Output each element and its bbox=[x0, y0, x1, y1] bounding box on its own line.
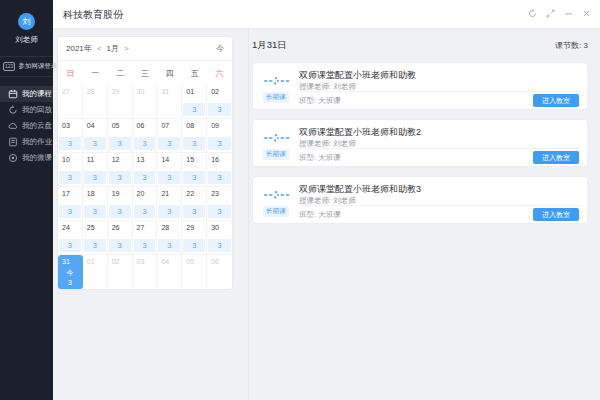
calendar-day-cell[interactable]: 053 bbox=[108, 119, 133, 153]
calendar-day-cell[interactable]: 04 bbox=[157, 255, 182, 289]
calendar-day-cell[interactable]: 123 bbox=[108, 153, 133, 187]
calendar-date-number: 24 bbox=[62, 224, 70, 231]
day-class-count-badge[interactable]: 3 bbox=[208, 171, 231, 184]
calendar-day-cell[interactable]: 02 bbox=[108, 255, 133, 289]
day-class-count-badge[interactable]: 3 bbox=[183, 103, 205, 116]
avatar[interactable]: 刘 bbox=[18, 13, 35, 30]
day-class-count-badge[interactable]: 3 bbox=[84, 137, 106, 150]
calendar-day-cell[interactable]: 193 bbox=[108, 187, 133, 221]
calendar-grid: 2728293031013023033043053063073083093103… bbox=[58, 85, 232, 289]
calendar-day-cell[interactable]: 233 bbox=[207, 187, 232, 221]
calendar-day-cell[interactable]: 01 bbox=[83, 255, 108, 289]
day-class-count-badge[interactable]: 3 bbox=[59, 171, 81, 184]
calendar-day-cell[interactable]: 023 bbox=[207, 85, 232, 119]
calendar-day-cell[interactable]: 293 bbox=[182, 221, 207, 255]
day-class-count-badge[interactable]: 3 bbox=[208, 239, 231, 252]
calendar-day-cell[interactable]: 103 bbox=[58, 153, 83, 187]
calendar-date-number: 31 bbox=[161, 88, 169, 95]
day-class-count-badge[interactable]: 3 bbox=[183, 239, 205, 252]
sidebar-item-courses[interactable]: 我的课程 bbox=[0, 86, 53, 102]
calendar-day-cell[interactable]: 173 bbox=[58, 187, 83, 221]
calendar-day-cell[interactable]: 303 bbox=[207, 221, 232, 255]
today-button[interactable]: 今 bbox=[216, 43, 224, 54]
calendar-date-number: 04 bbox=[161, 258, 169, 265]
calendar-day-cell[interactable]: 31今3 bbox=[58, 255, 83, 289]
calendar-day-cell[interactable]: 083 bbox=[182, 119, 207, 153]
prev-month-button[interactable]: < bbox=[97, 44, 102, 53]
calendar-day-cell[interactable]: 27 bbox=[58, 85, 83, 119]
calendar-day-cell[interactable]: 283 bbox=[157, 221, 182, 255]
calendar-date-number: 01 bbox=[87, 258, 95, 265]
day-class-count-badge[interactable]: 3 bbox=[134, 239, 156, 252]
day-class-count-badge[interactable]: 3 bbox=[109, 171, 131, 184]
day-class-count-badge[interactable]: 3 bbox=[158, 239, 180, 252]
day-class-count-badge[interactable]: 3 bbox=[158, 205, 180, 218]
day-class-count-badge[interactable]: 3 bbox=[158, 137, 180, 150]
sidebar-item-microcourse[interactable]: 我的微课 bbox=[0, 150, 53, 166]
calendar-date-number: 07 bbox=[161, 122, 169, 129]
day-class-count-badge[interactable]: 3 bbox=[84, 171, 106, 184]
next-month-button[interactable]: > bbox=[124, 44, 129, 53]
day-class-count-badge[interactable]: 3 bbox=[109, 239, 131, 252]
calendar-day-cell[interactable]: 153 bbox=[182, 153, 207, 187]
day-class-count-badge[interactable]: 3 bbox=[208, 137, 231, 150]
calendar-day-cell[interactable]: 163 bbox=[207, 153, 232, 187]
day-class-count-badge[interactable]: 3 bbox=[84, 239, 106, 252]
sidebar-item-replays[interactable]: 我的回放 bbox=[0, 102, 53, 118]
day-class-count-badge[interactable]: 3 bbox=[134, 137, 156, 150]
day-class-count-badge[interactable]: 3 bbox=[158, 171, 180, 184]
day-class-count-badge[interactable]: 3 bbox=[109, 205, 131, 218]
calendar-day-cell[interactable]: 183 bbox=[83, 187, 108, 221]
calendar-date-number: 27 bbox=[62, 88, 70, 95]
calendar-day-cell[interactable]: 28 bbox=[83, 85, 108, 119]
calendar-day-cell[interactable]: 243 bbox=[58, 221, 83, 255]
calendar-date-number: 27 bbox=[137, 224, 145, 231]
calendar-day-cell[interactable]: 29 bbox=[108, 85, 133, 119]
calendar-day-cell[interactable]: 043 bbox=[83, 119, 108, 153]
calendar-day-cell[interactable]: 033 bbox=[58, 119, 83, 153]
day-class-count-badge[interactable]: 3 bbox=[59, 205, 81, 218]
day-class-count-badge[interactable]: 3 bbox=[84, 205, 106, 218]
calendar-day-cell[interactable]: 06 bbox=[207, 255, 232, 289]
day-class-count-badge[interactable]: 3 bbox=[59, 137, 81, 150]
enter-classroom-button[interactable]: 进入教室 bbox=[533, 208, 579, 221]
calendar-day-cell[interactable]: 113 bbox=[83, 153, 108, 187]
close-icon[interactable] bbox=[582, 9, 591, 18]
calendar-day-cell[interactable]: 203 bbox=[133, 187, 158, 221]
calendar-day-cell[interactable]: 143 bbox=[157, 153, 182, 187]
day-class-count-badge[interactable]: 3 bbox=[208, 205, 231, 218]
calendar-day-cell[interactable]: 30 bbox=[133, 85, 158, 119]
day-class-count-badge[interactable]: 3 bbox=[183, 205, 205, 218]
calendar-day-cell[interactable]: 05 bbox=[182, 255, 207, 289]
calendar-day-cell[interactable]: 133 bbox=[133, 153, 158, 187]
join-class-login-button[interactable]: 123 参加网课登录 bbox=[0, 56, 53, 77]
calendar-date-number: 18 bbox=[87, 190, 95, 197]
calendar-day-cell[interactable]: 093 bbox=[207, 119, 232, 153]
sidebar-item-cloud-drive[interactable]: 我的云盘 bbox=[0, 118, 53, 134]
day-class-count-badge[interactable]: 3 bbox=[183, 171, 205, 184]
day-class-count-badge[interactable]: 3 bbox=[134, 171, 156, 184]
calendar-day-cell[interactable]: 013 bbox=[182, 85, 207, 119]
day-class-count-badge[interactable]: 3 bbox=[208, 103, 231, 116]
day-class-count-badge[interactable]: 3 bbox=[183, 137, 205, 150]
minimize-icon[interactable] bbox=[564, 9, 573, 18]
calendar-day-cell[interactable]: 263 bbox=[108, 221, 133, 255]
calendar-day-cell[interactable]: 273 bbox=[133, 221, 158, 255]
day-class-count-badge[interactable]: 3 bbox=[134, 205, 156, 218]
enter-classroom-button[interactable]: 进入教室 bbox=[533, 151, 579, 164]
calendar-day-cell[interactable]: 253 bbox=[83, 221, 108, 255]
weekday-label: 二 bbox=[108, 68, 133, 79]
enter-classroom-button[interactable]: 进入教室 bbox=[533, 94, 579, 107]
calendar-year-label: 2021年 bbox=[66, 43, 92, 54]
fullscreen-icon[interactable] bbox=[546, 9, 555, 18]
calendar-day-cell[interactable]: 03 bbox=[133, 255, 158, 289]
sidebar-item-homework[interactable]: 我的作业 bbox=[0, 134, 53, 150]
calendar-day-cell[interactable]: 073 bbox=[157, 119, 182, 153]
day-class-count-badge[interactable]: 3 bbox=[59, 239, 81, 252]
refresh-icon[interactable] bbox=[528, 9, 537, 18]
calendar-day-cell[interactable]: 223 bbox=[182, 187, 207, 221]
calendar-day-cell[interactable]: 063 bbox=[133, 119, 158, 153]
calendar-day-cell[interactable]: 31 bbox=[157, 85, 182, 119]
day-class-count-badge[interactable]: 3 bbox=[109, 137, 131, 150]
calendar-day-cell[interactable]: 213 bbox=[157, 187, 182, 221]
